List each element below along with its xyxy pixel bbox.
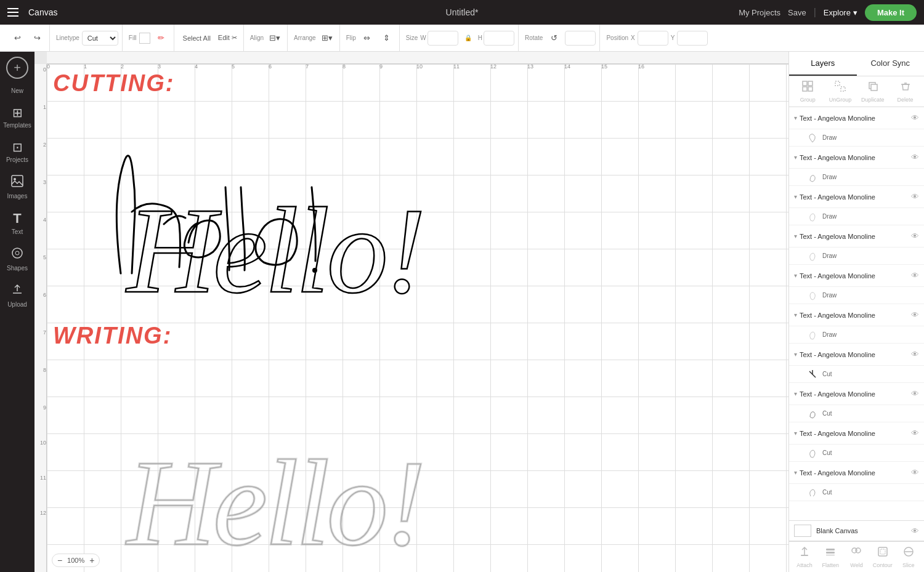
toolbar-rotate-group: Rotate ↺: [521, 25, 600, 51]
canvas-area[interactable]: 0 1 2 3 4 5 6 7 8 9 10 11 12 13 14 15 16…: [34, 52, 788, 572]
tab-color-sync[interactable]: Color Sync: [857, 52, 925, 76]
weld-button[interactable]: Weld: [844, 546, 869, 568]
layer-item[interactable]: ▾ Text - Angelova Monoline 👁: [789, 225, 924, 248]
layer-item[interactable]: ▾ Text - Angelova Monoline 👁: [789, 344, 924, 366]
redo-button[interactable]: ↪: [28, 30, 46, 47]
layer-item[interactable]: ▾ Text - Angelova Monoline 👁: [789, 107, 924, 129]
my-projects-link[interactable]: My Projects: [739, 8, 780, 17]
main-area: + New ⊞ Templates ⊡ Projects Images T Te…: [0, 52, 924, 572]
sidebar-item-templates[interactable]: ⊞ Templates: [2, 100, 32, 134]
sidebar-item-upload[interactable]: Upload: [2, 278, 32, 313]
align-dropdown-button[interactable]: ⊟▾: [266, 30, 283, 47]
sidebar-item-images[interactable]: Images: [2, 169, 32, 204]
cutting-label: CUTTING:: [53, 70, 175, 97]
position-y-input[interactable]: [677, 31, 708, 46]
undo-button[interactable]: ↩: [9, 30, 26, 47]
lock-aspect-button[interactable]: 🔒: [460, 30, 477, 47]
svg-rect-19: [826, 549, 835, 550]
layer-visibility-icon[interactable]: 👁: [911, 350, 919, 359]
layer-item[interactable]: ▾ Text - Angelova Monoline 👁: [789, 462, 924, 484]
layer-visibility-icon[interactable]: 👁: [911, 389, 919, 398]
arrange-dropdown-button[interactable]: ⊞▾: [318, 30, 336, 47]
fill-color-swatch[interactable]: [139, 33, 150, 44]
layer-item[interactable]: ▾ Text - Angelova Monoline 👁: [789, 147, 924, 169]
blank-canvas-visibility-icon[interactable]: 👁: [911, 526, 919, 536]
linetype-select[interactable]: CutDrawScore: [82, 31, 118, 46]
delete-icon: [899, 80, 912, 95]
svg-rect-13: [841, 87, 845, 91]
layer-visibility-icon[interactable]: 👁: [911, 429, 919, 438]
layer-sub-item: Draw: [789, 169, 924, 186]
sidebar-item-new[interactable]: New: [2, 83, 32, 99]
width-input[interactable]: [428, 31, 458, 46]
layer-visibility-icon[interactable]: 👁: [911, 310, 919, 320]
sidebar-item-text[interactable]: T Text: [2, 206, 32, 240]
delete-button[interactable]: Delete: [893, 80, 918, 103]
left-sidebar: + New ⊞ Templates ⊡ Projects Images T Te…: [0, 52, 34, 572]
toolbar-arrange-group: Arrange ⊞▾: [290, 25, 340, 51]
layer-visibility-icon[interactable]: 👁: [911, 113, 919, 123]
svg-point-23: [856, 548, 861, 553]
flip-h-button[interactable]: ⇔: [359, 30, 376, 47]
explore-chevron-icon: ▾: [853, 8, 857, 17]
sidebar-item-projects[interactable]: ⊡ Projects: [2, 135, 32, 168]
svg-rect-9: [808, 81, 813, 86]
layer-item[interactable]: ▾ Text - Angelova Monoline 👁: [789, 265, 924, 287]
sidebar-item-shapes[interactable]: Shapes: [2, 241, 32, 276]
position-x-input[interactable]: [638, 31, 668, 46]
zoom-out-button[interactable]: −: [57, 556, 62, 565]
toolbar-select-all-group: Select All Edit ✂: [177, 25, 244, 51]
layer-sub-item: Cut: [789, 484, 924, 501]
slice-icon: [902, 546, 915, 561]
toolbar-position-group: Position X Y: [602, 25, 711, 51]
canvas-label: Canvas: [28, 7, 57, 17]
svg-point-3: [15, 251, 19, 255]
layer-item[interactable]: ▾ Text - Angelova Monoline 👁: [789, 422, 924, 445]
hello-outline-text: Hello! Hello!: [108, 353, 540, 572]
flatten-button[interactable]: Flatten: [818, 546, 843, 568]
select-all-button[interactable]: Select All: [180, 30, 213, 47]
toolbar-align-group: Align ⊟▾: [246, 25, 288, 51]
layer-item[interactable]: ▾ Text - Angelova Monoline 👁: [789, 383, 924, 405]
fill-edit-button[interactable]: ✏: [153, 30, 170, 47]
ungroup-button[interactable]: UnGroup: [828, 80, 853, 103]
attach-button[interactable]: Attach: [792, 546, 817, 568]
edit-button[interactable]: Edit ✂: [216, 30, 240, 47]
rotate-input[interactable]: [565, 31, 596, 46]
layer-sub-item: Cut: [789, 405, 924, 422]
panel-actions: Group UnGroup Duplicate Delete: [789, 76, 924, 107]
layer-visibility-icon[interactable]: 👁: [911, 271, 919, 280]
layer-sub-item: Draw: [789, 326, 924, 344]
make-it-button[interactable]: Make It: [865, 4, 917, 21]
svg-rect-25: [880, 549, 885, 554]
explore-btn[interactable]: Explore ▾: [824, 8, 857, 17]
menu-icon[interactable]: [7, 8, 18, 17]
flip-v-button[interactable]: ⇕: [378, 30, 395, 47]
svg-rect-0: [12, 175, 23, 187]
layer-visibility-icon[interactable]: 👁: [911, 468, 919, 477]
tab-layers[interactable]: Layers: [789, 52, 857, 76]
slice-button[interactable]: Slice: [896, 546, 921, 568]
contour-button[interactable]: Contour: [870, 546, 895, 568]
blank-canvas-row: Blank Canvas 👁: [789, 520, 924, 541]
layer-visibility-icon[interactable]: 👁: [911, 192, 919, 201]
layer-visibility-icon[interactable]: 👁: [911, 153, 919, 162]
layer-visibility-icon[interactable]: 👁: [911, 232, 919, 241]
height-input[interactable]: [484, 31, 514, 46]
contour-icon: [877, 546, 889, 561]
attach-icon: [798, 546, 811, 561]
svg-rect-10: [803, 87, 807, 91]
zoom-level: 100%: [65, 557, 87, 564]
ruler-left: 0 1 2 3 4 5 6 7 8 9 10 11 12: [34, 64, 47, 572]
group-button[interactable]: Group: [795, 80, 820, 103]
layer-item[interactable]: ▾ Text - Angelova Monoline 👁: [789, 186, 924, 208]
new-button[interactable]: +: [6, 57, 28, 79]
zoom-in-button[interactable]: +: [89, 556, 94, 565]
save-link[interactable]: Save: [788, 8, 806, 17]
svg-rect-24: [878, 547, 887, 556]
layer-item[interactable]: ▾ Text - Angelova Monoline 👁: [789, 304, 924, 326]
duplicate-button[interactable]: Duplicate: [861, 80, 885, 103]
rotate-ccw-button[interactable]: ↺: [545, 30, 562, 47]
layer-sub-item: Draw: [789, 287, 924, 304]
layer-sub-item: Cut: [789, 445, 924, 462]
